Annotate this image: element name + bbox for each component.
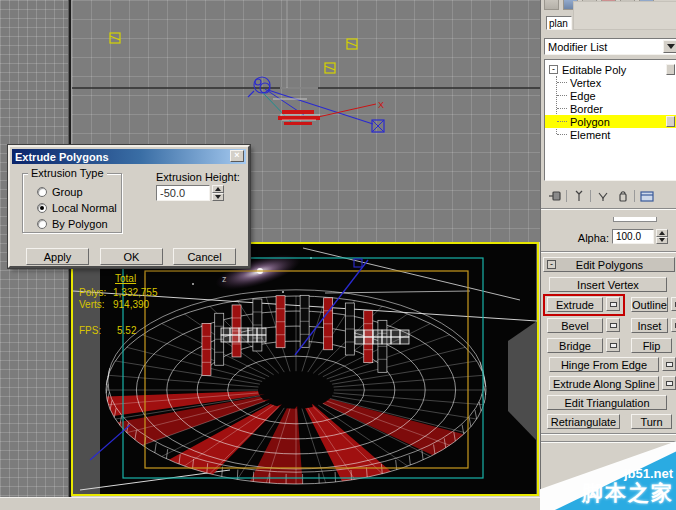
helper-dummy-icons[interactable] bbox=[110, 33, 357, 73]
stack-root-label: Editable Poly bbox=[562, 64, 626, 76]
inset-settings-button[interactable] bbox=[671, 318, 676, 332]
command-panel: plan Modifier List - Editable Poly Verte… bbox=[540, 0, 676, 510]
stack-row-handle[interactable] bbox=[666, 116, 675, 127]
radio-local-normal[interactable]: Local Normal bbox=[37, 202, 117, 214]
collapse-icon[interactable]: - bbox=[549, 65, 558, 74]
spinner-down-icon[interactable] bbox=[656, 237, 668, 245]
object-name-field[interactable]: plan bbox=[546, 16, 572, 30]
modifier-list-dropdown[interactable]: Modifier List bbox=[544, 38, 676, 55]
extrusion-type-groupbox: Extrusion Type Group Local Normal By Pol… bbox=[22, 173, 122, 233]
alpha-spinner bbox=[656, 229, 668, 244]
toolbar-icon-1[interactable] bbox=[544, 0, 559, 10]
stack-row-handle[interactable] bbox=[666, 64, 675, 75]
retriangulate-button[interactable]: Retriangulate bbox=[547, 414, 620, 429]
rollout-title: Edit Polygons bbox=[559, 259, 660, 271]
dialog-title: Extrude Polygons bbox=[15, 151, 109, 163]
stats-fps-label: FPS: bbox=[79, 325, 101, 336]
inset-button[interactable]: Inset bbox=[631, 318, 668, 333]
panel-divider bbox=[541, 251, 676, 253]
outline-button[interactable]: Outline bbox=[631, 297, 668, 312]
bevel-button[interactable]: Bevel bbox=[547, 318, 603, 333]
stack-item-editable-poly[interactable]: - Editable Poly bbox=[545, 63, 676, 76]
axis-x-label: X bbox=[378, 100, 384, 110]
stats-verts-label: Verts: bbox=[79, 299, 105, 310]
apply-button[interactable]: Apply bbox=[26, 248, 89, 265]
axis-z-label: z bbox=[222, 274, 227, 284]
extrusion-height-label: Extrusion Height: bbox=[156, 171, 240, 183]
pin-stack-icon[interactable] bbox=[546, 188, 563, 204]
stack-item-label: Element bbox=[570, 129, 610, 141]
extrude-settings-button[interactable] bbox=[606, 297, 620, 311]
stats-polys-label: Polys: bbox=[79, 287, 106, 298]
extrude-along-spline-settings-button[interactable] bbox=[662, 376, 676, 390]
show-end-result-icon[interactable] bbox=[570, 188, 587, 204]
turn-button[interactable]: Turn bbox=[631, 414, 672, 429]
extrude-button[interactable]: Extrude bbox=[547, 297, 603, 312]
modifier-list-label: Modifier List bbox=[548, 41, 607, 53]
viewport-perspective-active[interactable]: Total Polys: 1,332,755 Verts: 914,390 FP… bbox=[71, 242, 539, 496]
chevron-down-icon[interactable] bbox=[663, 40, 676, 53]
toolbar-separator bbox=[590, 190, 591, 202]
outline-settings-button[interactable] bbox=[671, 297, 676, 311]
toolbar-separator bbox=[566, 190, 567, 202]
remove-modifier-icon[interactable] bbox=[614, 188, 631, 204]
stack-item-polygon-selected[interactable]: Polygon bbox=[545, 115, 676, 128]
spinner-up-icon[interactable] bbox=[212, 185, 224, 193]
spinner-up-icon[interactable] bbox=[656, 229, 668, 237]
spinner-down-icon[interactable] bbox=[212, 193, 224, 201]
edit-polygons-rollout-header[interactable]: - Edit Polygons bbox=[543, 257, 675, 272]
radio-label: Local Normal bbox=[52, 202, 117, 214]
close-icon[interactable]: × bbox=[230, 150, 244, 162]
field-edge bbox=[613, 217, 657, 222]
configure-modifier-sets-icon[interactable] bbox=[638, 188, 655, 204]
alpha-label: Alpha: bbox=[543, 232, 609, 244]
stats-fps-value: 5.52 bbox=[117, 325, 137, 336]
perspective-scene: Total Polys: 1,332,755 Verts: 914,390 FP… bbox=[73, 244, 537, 494]
stack-item-border[interactable]: Border bbox=[545, 102, 676, 115]
stack-item-element[interactable]: Element bbox=[545, 128, 676, 141]
panel-divider bbox=[541, 441, 676, 443]
bevel-settings-button[interactable] bbox=[606, 318, 620, 332]
bridge-button[interactable]: Bridge bbox=[547, 338, 603, 353]
radio-icon[interactable] bbox=[37, 187, 47, 197]
cancel-button[interactable]: Cancel bbox=[173, 248, 236, 265]
tree-twig bbox=[557, 95, 567, 96]
hinge-settings-button[interactable] bbox=[662, 357, 676, 371]
panel-blank-area bbox=[573, 1, 676, 30]
modifier-stack-list: - Editable Poly Vertex Edge Border Polyg… bbox=[544, 59, 676, 181]
extrusion-type-label: Extrusion Type bbox=[28, 167, 107, 179]
tree-twig bbox=[557, 82, 567, 83]
extrusion-height-field[interactable]: -50.0 bbox=[156, 185, 210, 201]
radio-selected-icon[interactable] bbox=[37, 203, 47, 213]
flip-button[interactable]: Flip bbox=[631, 338, 672, 353]
tree-twig bbox=[557, 134, 567, 135]
radio-label: By Polygon bbox=[52, 218, 108, 230]
make-unique-icon[interactable] bbox=[594, 188, 611, 204]
edit-triangulation-button[interactable]: Edit Triangulation bbox=[547, 395, 667, 410]
stack-item-label: Edge bbox=[570, 90, 596, 102]
camera-icon[interactable] bbox=[248, 77, 270, 97]
ok-button[interactable]: OK bbox=[100, 248, 163, 265]
stack-item-label: Vertex bbox=[570, 77, 601, 89]
model-silhouette[interactable] bbox=[278, 110, 320, 125]
extrude-along-spline-button[interactable]: Extrude Along Spline bbox=[549, 376, 659, 391]
alpha-field[interactable]: 100.0 bbox=[612, 229, 654, 244]
stack-item-edge[interactable]: Edge bbox=[545, 89, 676, 102]
panel-divider bbox=[541, 433, 676, 435]
modifier-stack-toolbar bbox=[543, 187, 676, 205]
radio-by-polygon[interactable]: By Polygon bbox=[37, 218, 108, 230]
panel-divider bbox=[541, 208, 676, 210]
stack-item-label: Polygon bbox=[570, 116, 610, 128]
3dsmax-window: X bbox=[0, 0, 676, 510]
hinge-from-edge-button[interactable]: Hinge From Edge bbox=[549, 357, 659, 372]
collapse-icon[interactable]: - bbox=[547, 260, 556, 269]
stack-item-vertex[interactable]: Vertex bbox=[545, 76, 676, 89]
stats-total-label: Total bbox=[115, 273, 136, 284]
radio-icon[interactable] bbox=[37, 219, 47, 229]
radio-label: Group bbox=[52, 186, 83, 198]
insert-vertex-button[interactable]: Insert Vertex bbox=[549, 277, 667, 292]
dialog-titlebar[interactable]: Extrude Polygons × bbox=[12, 149, 246, 164]
tree-twig bbox=[557, 108, 567, 109]
radio-group[interactable]: Group bbox=[37, 186, 83, 198]
bridge-settings-button[interactable] bbox=[606, 338, 620, 352]
